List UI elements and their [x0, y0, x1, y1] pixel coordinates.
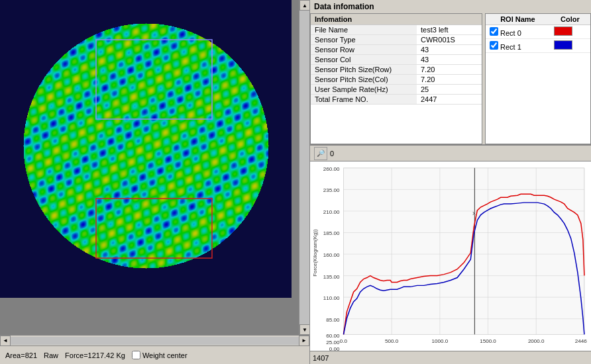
roi-name: Rect 0 [486, 25, 550, 39]
roi-color [550, 25, 590, 39]
roi-checkbox[interactable] [490, 41, 498, 50]
info-label: Sensor Col [311, 55, 417, 65]
roi-color [550, 39, 590, 53]
svg-text:0.0: 0.0 [340, 338, 348, 344]
chart-toolbar: 🔎 0 [310, 146, 591, 161]
chart-toolbar-num: 0 [330, 150, 334, 158]
svg-text:60.00: 60.00 [326, 333, 340, 339]
horizontal-scrollbar[interactable]: ◄ ► [0, 335, 309, 345]
table-header-value [417, 14, 482, 25]
table-row: Sensor TypeCWR001S [311, 35, 482, 45]
table-row: Total Frame NO.2447 [311, 95, 482, 105]
weight-center-check[interactable] [132, 351, 140, 359]
chart-icon[interactable]: 🔎 [314, 147, 327, 160]
roi-color-swatch [554, 40, 572, 50]
svg-text:260.00: 260.00 [323, 166, 340, 172]
info-value: 43 [417, 55, 482, 65]
roi-color-swatch [554, 26, 572, 36]
right-panel: Data infomation Infomation File Nametest… [310, 0, 591, 364]
info-value: 7.20 [417, 65, 482, 75]
svg-text:1500.0: 1500.0 [480, 338, 496, 344]
svg-text:2000.0: 2000.0 [528, 338, 545, 344]
force-label: Force=1217.42 Kg [65, 351, 125, 359]
data-info-title: Data infomation [310, 0, 591, 13]
info-label: Sensor Pitch Size(Row) [311, 65, 417, 75]
roi-row: Rect 1 [486, 39, 590, 53]
svg-rect-0 [343, 168, 584, 334]
chart-bottom-bar: 1407 [310, 351, 591, 364]
info-value: 7.20 [417, 75, 482, 85]
info-value: test3 left [417, 25, 482, 35]
svg-text:0.00: 0.00 [329, 346, 340, 351]
scroll-left-button[interactable]: ◄ [0, 336, 11, 346]
table-row: Sensor Pitch Size(Row)7.20 [311, 65, 482, 75]
vertical-scrollbar[interactable]: ▲ ▼ [299, 0, 309, 335]
svg-text:135.00: 135.00 [323, 274, 340, 280]
table-row: User Sample Rate(Hz)25 [311, 85, 482, 95]
svg-text:2446: 2446 [575, 338, 588, 344]
info-value: CWR001S [417, 35, 482, 45]
raw-label: Raw [44, 351, 58, 359]
svg-text:235.00: 235.00 [323, 187, 340, 193]
svg-text:110.00: 110.00 [323, 295, 340, 301]
info-label: File Name [311, 25, 417, 35]
svg-text:1000.0: 1000.0 [432, 338, 449, 344]
chart-svg: 260.00 235.00 210.00 185.00 160.00 135.0… [310, 161, 591, 351]
roi-checkbox[interactable] [490, 27, 498, 36]
left-panel: ▲ ▼ ◄ ► Area=821 Raw Force=1217.42 Kg We… [0, 0, 310, 364]
scroll-right-button[interactable]: ► [299, 336, 309, 346]
svg-text:85.00: 85.00 [326, 317, 340, 323]
roi-col-color: Color [550, 14, 590, 25]
svg-text:160.00: 160.00 [323, 252, 340, 258]
info-table: Infomation File Nametest3 leftSensor Typ… [311, 14, 482, 105]
table-row: File Nametest3 left [311, 25, 482, 35]
weight-center-checkbox[interactable]: Weight center [132, 351, 188, 359]
roi-name: Rect 1 [486, 39, 550, 53]
table-row: Sensor Row43 [311, 45, 482, 55]
info-label: User Sample Rate(Hz) [311, 85, 417, 95]
table-header-info: Infomation [311, 14, 417, 25]
svg-text:210.00: 210.00 [323, 209, 340, 215]
info-label: Sensor Pitch Size(Col) [311, 75, 417, 85]
roi-table: ROI Name Color Rect 0 Rect 1 [486, 14, 590, 53]
svg-text:500.0: 500.0 [385, 338, 399, 344]
roi-table-container: ROI Name Color Rect 0 Rect 1 [485, 13, 591, 144]
scroll-track-h [11, 337, 299, 345]
svg-text:25.00: 25.00 [326, 340, 340, 345]
weight-center-label: Weight center [142, 351, 188, 359]
info-value: 43 [417, 45, 482, 55]
svg-text:Force(Kilogram(Kg)): Force(Kilogram(Kg)) [312, 229, 318, 277]
sensor-image-area: ▲ ▼ [0, 0, 309, 335]
info-value: 2447 [417, 95, 482, 105]
status-bar: Area=821 Raw Force=1217.42 Kg Weight cen… [0, 345, 309, 364]
info-value: 25 [417, 85, 482, 95]
info-label: Sensor Row [311, 45, 417, 55]
roi-col-name: ROI Name [486, 14, 550, 25]
table-row: Sensor Col43 [311, 55, 482, 65]
svg-text:x: x [472, 210, 476, 216]
scroll-up-button[interactable]: ▲ [299, 0, 309, 11]
info-table-container: Infomation File Nametest3 leftSensor Typ… [310, 13, 482, 144]
scroll-track-v [299, 11, 309, 324]
chart-section: 🔎 0 [310, 146, 591, 364]
sensor-canvas [0, 0, 292, 298]
table-row: Sensor Pitch Size(Col)7.20 [311, 75, 482, 85]
info-label: Total Frame NO. [311, 95, 417, 105]
info-label: Sensor Type [311, 35, 417, 45]
roi-row: Rect 0 [486, 25, 590, 39]
chart-area: 260.00 235.00 210.00 185.00 160.00 135.0… [310, 161, 591, 351]
area-label: Area=821 [5, 351, 37, 359]
svg-text:185.00: 185.00 [323, 231, 340, 237]
chart-bottom-value: 1407 [313, 354, 329, 362]
scroll-down-button[interactable]: ▼ [299, 324, 309, 335]
data-info-section: Infomation File Nametest3 leftSensor Typ… [310, 13, 591, 146]
